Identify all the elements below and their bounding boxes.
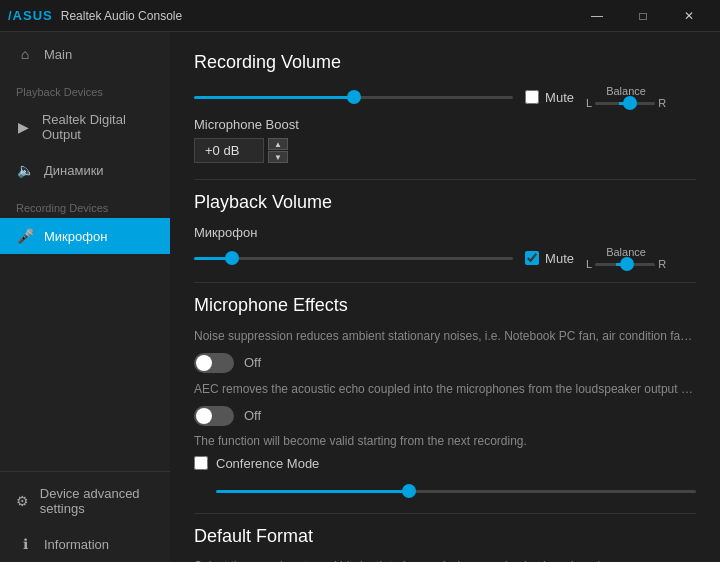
home-icon: ⌂ <box>16 46 34 62</box>
asus-logo-icon: /ASUS <box>8 8 53 23</box>
microphone-icon: 🎤 <box>16 228 34 244</box>
microphone-boost-row: +0 dB ▲ ▼ <box>194 138 696 163</box>
aec-warning-text: The function will become valid starting … <box>194 434 696 448</box>
sidebar-information-label: Information <box>44 537 109 552</box>
main-content: Recording Volume Mute Balance L R <box>170 32 720 562</box>
noise-suppression-state: Off <box>244 355 261 370</box>
sidebar-device-settings-label: Device advanced settings <box>40 486 154 516</box>
playback-sublabel: Микрофон <box>194 225 696 240</box>
recording-mute-checkbox[interactable] <box>525 90 539 104</box>
playback-balance-l: L <box>586 258 592 270</box>
recording-devices-section-label: Recording Devices <box>0 188 170 218</box>
playback-mute-label[interactable]: Mute <box>525 251 574 266</box>
sidebar-item-device-settings[interactable]: ⚙ Device advanced settings <box>0 476 170 526</box>
recording-volume-section: Recording Volume Mute Balance L R <box>194 52 696 163</box>
recording-balance-l: L <box>586 97 592 109</box>
recording-volume-title: Recording Volume <box>194 52 696 73</box>
boost-value-display: +0 dB <box>194 138 264 163</box>
playback-volume-slider-row: Mute Balance L R <box>194 246 696 270</box>
default-format-desc: Select the sample rate and bit depth to … <box>194 559 696 562</box>
aec-toggle-row: Off <box>194 406 696 426</box>
sidebar: ⌂ Main Playback Devices ▶ Realtek Digita… <box>0 32 170 562</box>
playback-mute-checkbox[interactable] <box>525 251 539 265</box>
microphone-effects-title: Microphone Effects <box>194 295 696 316</box>
sidebar-item-main[interactable]: ⌂ Main <box>0 36 170 72</box>
sidebar-item-digital-output[interactable]: ▶ Realtek Digital Output <box>0 102 170 152</box>
gear-icon: ⚙ <box>16 493 30 509</box>
aec-toggle[interactable] <box>194 406 234 426</box>
boost-down-arrow[interactable]: ▼ <box>268 151 288 163</box>
recording-volume-slider[interactable] <box>194 96 513 99</box>
playback-devices-section-label: Playback Devices <box>0 72 170 102</box>
playback-volume-section: Playback Volume Микрофон Mute Balance L <box>194 192 696 270</box>
sidebar-item-microphone[interactable]: 🎤 Микрофон <box>0 218 170 254</box>
microphone-boost-label: Microphone Boost <box>194 117 696 132</box>
sidebar-digital-output-label: Realtek Digital Output <box>42 112 154 142</box>
boost-arrow-group[interactable]: ▲ ▼ <box>268 138 288 163</box>
recording-volume-slider-container <box>194 87 513 107</box>
recording-balance-r: R <box>658 97 666 109</box>
sidebar-speakers-label: Динамики <box>44 163 104 178</box>
app-title: Realtek Audio Console <box>61 9 182 23</box>
sidebar-main-label: Main <box>44 47 72 62</box>
boost-up-arrow[interactable]: ▲ <box>268 138 288 150</box>
playback-volume-slider-container <box>194 248 513 268</box>
speakers-icon: 🔈 <box>16 162 34 178</box>
noise-suppression-desc: Noise suppression reduces ambient statio… <box>194 328 696 345</box>
conference-mode-checkbox[interactable] <box>194 456 208 470</box>
recording-mute-text: Mute <box>545 90 574 105</box>
sidebar-item-information[interactable]: ℹ Information <box>0 526 170 562</box>
app-body: ⌂ Main Playback Devices ▶ Realtek Digita… <box>0 32 720 562</box>
noise-suppression-toggle[interactable] <box>194 353 234 373</box>
divider-3 <box>194 513 696 514</box>
aec-knob <box>196 408 212 424</box>
aec-state: Off <box>244 408 261 423</box>
sidebar-microphone-label: Микрофон <box>44 229 107 244</box>
conference-mode-label: Conference Mode <box>216 456 319 471</box>
aec-desc: AEC removes the acoustic echo coupled in… <box>194 381 696 398</box>
playback-volume-slider[interactable] <box>194 257 513 260</box>
playback-balance-r: R <box>658 258 666 270</box>
recording-volume-slider-row: Mute Balance L R <box>194 85 696 109</box>
noise-suppression-knob <box>196 355 212 371</box>
recording-balance-slider[interactable] <box>595 102 655 105</box>
sidebar-item-speakers[interactable]: 🔈 Динамики <box>0 152 170 188</box>
conference-mode-row: Conference Mode <box>194 456 696 471</box>
microphone-effects-section: Microphone Effects Noise suppression red… <box>194 295 696 497</box>
recording-mute-label[interactable]: Mute <box>525 90 574 105</box>
default-format-title: Default Format <box>194 526 696 547</box>
digital-output-icon: ▶ <box>16 119 32 135</box>
info-icon: ℹ <box>16 536 34 552</box>
conference-slider-row <box>194 479 696 497</box>
conference-mode-slider[interactable] <box>216 490 696 493</box>
close-button[interactable]: ✕ <box>666 0 712 32</box>
maximize-button[interactable]: □ <box>620 0 666 32</box>
playback-balance-group: Balance L R <box>586 246 696 270</box>
window-controls: — □ ✕ <box>574 0 712 32</box>
divider-2 <box>194 282 696 283</box>
minimize-button[interactable]: — <box>574 0 620 32</box>
default-format-section: Default Format Select the sample rate an… <box>194 526 696 562</box>
noise-suppression-toggle-row: Off <box>194 353 696 373</box>
title-bar: /ASUS Realtek Audio Console — □ ✕ <box>0 0 720 32</box>
recording-balance-group: Balance L R <box>586 85 696 109</box>
playback-balance-slider[interactable] <box>595 263 655 266</box>
playback-volume-title: Playback Volume <box>194 192 696 213</box>
playback-mute-text: Mute <box>545 251 574 266</box>
divider-1 <box>194 179 696 180</box>
sidebar-bottom: ⚙ Device advanced settings ℹ Information <box>0 471 170 562</box>
title-bar-logo: /ASUS Realtek Audio Console <box>8 8 574 23</box>
